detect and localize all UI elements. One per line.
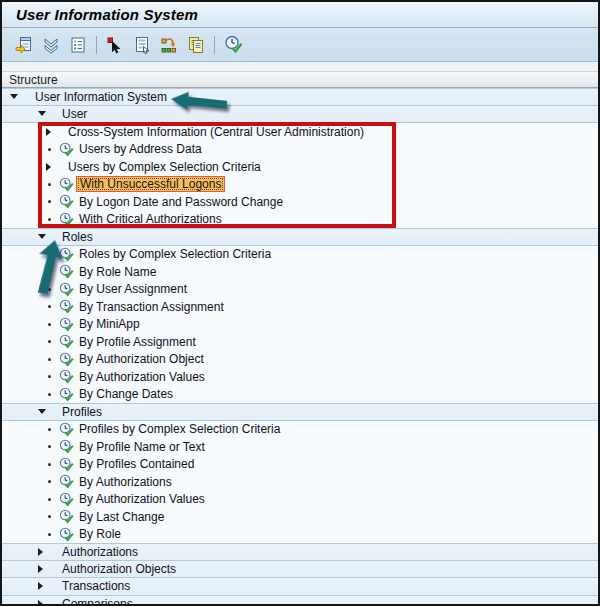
execute-clock-icon [59,527,74,542]
tree-row[interactable]: By Role Name [2,263,598,281]
execute-clock-icon [59,439,74,454]
execute-clock-icon [59,509,74,524]
expand-collapse-icon[interactable] [38,565,62,573]
detail-list-button[interactable] [66,33,90,57]
tree-row[interactable]: By Role [2,526,598,544]
tree-row[interactable]: By Profiles Contained [2,456,598,474]
tree-row[interactable]: By Transaction Assignment [2,298,598,316]
tree-label[interactable]: By Authorization Object [79,352,204,366]
tree-row[interactable]: By Last Change [2,508,598,526]
tree-label[interactable]: By Profiles Contained [79,457,194,471]
tree-label[interactable]: By Role Name [79,265,156,279]
tree-label[interactable]: By Authorization Values [79,370,205,384]
leaf-bullet [46,305,59,308]
structure-move-button[interactable] [157,33,181,57]
expand-collapse-icon[interactable] [38,548,62,556]
tree-row[interactable]: Transactions [2,578,598,596]
expand-collapse-icon[interactable] [46,128,68,136]
tree-label[interactable]: By Logon Date and Password Change [79,195,283,209]
tree-row[interactable]: By User Assignment [2,281,598,299]
tree-row[interactable]: Profiles [2,403,598,421]
tree-row[interactable]: Authorization Objects [2,561,598,579]
tree-label[interactable]: By Authorization Values [79,492,205,506]
tree-row[interactable]: With Critical Authorizations [2,211,598,229]
execute-clock-icon [59,457,74,472]
copy-button[interactable] [184,33,208,57]
toolbar-gap [2,62,598,71]
tree-label[interactable]: User Information System [35,90,167,104]
dot-icon [48,498,51,501]
tree-row[interactable]: Comparisons [2,596,598,605]
leaf-bullet [46,533,59,536]
tree-row[interactable]: Roles [2,228,598,246]
tree-row[interactable]: Cross-System Information (Central User A… [2,123,598,141]
tree-label[interactable]: Roles by Complex Selection Criteria [79,247,271,261]
expand-collapse-icon[interactable] [38,111,62,116]
tree-row[interactable]: By Profile Assignment [2,333,598,351]
triangle-right-icon [46,128,51,136]
tree-label[interactable]: Authorization Objects [62,562,176,576]
leaf-bullet [46,148,59,151]
choose-document-button[interactable] [12,33,36,57]
leaf-bullet [46,218,59,221]
sort-filter-button[interactable] [39,33,63,57]
triangle-down-icon [38,409,46,414]
tree-label[interactable]: Roles [62,230,93,244]
expand-collapse-icon[interactable] [38,600,62,604]
expand-collapse-icon[interactable] [46,163,68,171]
tree-label[interactable]: Profiles by Complex Selection Criteria [79,422,280,436]
tree-label[interactable]: By MiniApp [79,317,140,331]
expand-collapse-icon[interactable] [10,94,35,99]
tree-label[interactable]: Profiles [62,405,102,419]
tree-label[interactable]: By Role [79,527,121,541]
tree-row[interactable]: Users by Complex Selection Criteria [2,158,598,176]
double-chevron-down-icon [42,36,60,54]
tree-label-selected[interactable]: With Unsuccessful Logons [76,176,225,192]
display-document-button[interactable] [130,33,154,57]
tree-label[interactable]: By User Assignment [79,282,187,296]
execute-clock-icon [224,35,243,54]
tree-row[interactable]: By Change Dates [2,386,598,404]
tree-row[interactable]: By Authorization Values [2,491,598,509]
tree-label[interactable]: Users by Complex Selection Criteria [68,160,261,174]
tree-row[interactable]: By Logon Date and Password Change [2,193,598,211]
dot-icon [48,428,51,431]
tree-row[interactable]: By Authorization Object [2,351,598,369]
tree-label[interactable]: By Profile Assignment [79,335,196,349]
select-button[interactable] [103,33,127,57]
tree-row[interactable]: Profiles by Complex Selection Criteria [2,421,598,439]
tree-row[interactable]: With Unsuccessful Logons [2,176,598,194]
tree-label[interactable]: Authorizations [62,545,138,559]
tree-label[interactable]: By Profile Name or Text [79,440,205,454]
execute-button[interactable] [221,33,245,57]
tree-label[interactable]: By Change Dates [79,387,173,401]
dot-icon [48,358,51,361]
tree-row[interactable]: Users by Address Data [2,141,598,159]
tree-label[interactable]: By Authorizations [79,475,172,489]
tree-row[interactable]: Roles by Complex Selection Criteria [2,246,598,264]
leaf-bullet [46,375,59,378]
toolbar-separator [96,36,97,54]
tree-row[interactable]: User [2,106,598,124]
tree-label[interactable]: Cross-System Information (Central User A… [68,125,364,139]
tree-row[interactable]: By Authorizations [2,473,598,491]
tree-label[interactable]: With Critical Authorizations [79,212,222,226]
tree-row[interactable]: Authorizations [2,543,598,561]
tree-label[interactable]: Comparisons [62,597,133,604]
expand-collapse-icon[interactable] [38,234,62,239]
tree-label[interactable]: By Last Change [79,510,164,524]
toolbar-separator [214,36,215,54]
dot-icon [48,183,51,186]
tree-label[interactable]: Users by Address Data [79,142,202,156]
tree-row[interactable]: By Profile Name or Text [2,438,598,456]
tree-row[interactable]: By Authorization Values [2,368,598,386]
tree-label[interactable]: By Transaction Assignment [79,300,224,314]
tree-row[interactable]: By MiniApp [2,316,598,334]
leaf-bullet [46,200,59,203]
tree-label[interactable]: Transactions [62,579,130,593]
expand-collapse-icon[interactable] [38,409,62,414]
leaf-bullet [46,445,59,448]
tree-label[interactable]: User [62,107,87,121]
tree-row[interactable]: User Information System [2,88,598,106]
expand-collapse-icon[interactable] [38,582,62,590]
